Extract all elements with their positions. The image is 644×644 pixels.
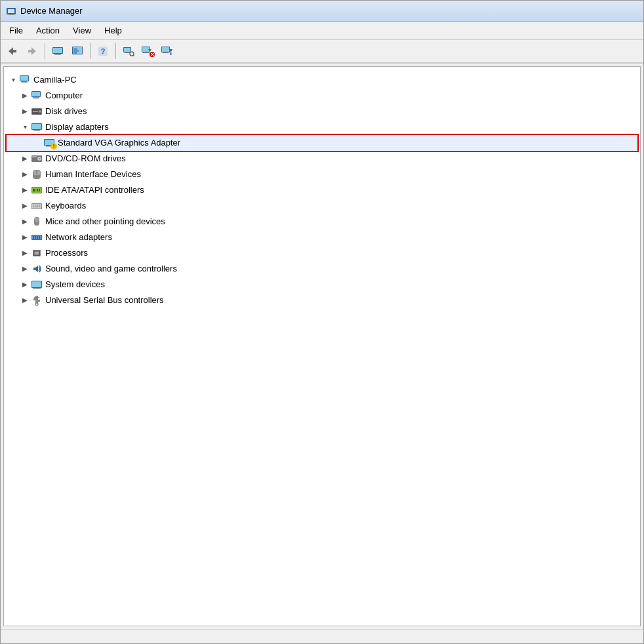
svg-rect-70: [35, 205, 36, 206]
expand-keyboards[interactable]: ▶: [20, 201, 30, 211]
scan-hardware-button[interactable]: [119, 43, 138, 60]
svg-rect-74: [35, 207, 38, 208]
svg-rect-75: [39, 207, 40, 208]
tree-item-keyboards[interactable]: ▶ Keyboards: [7, 198, 637, 214]
expand-hid[interactable]: ▶: [20, 169, 30, 180]
network-icon: [31, 232, 43, 243]
svg-rect-83: [37, 236, 38, 239]
expand-network[interactable]: ▶: [20, 232, 30, 243]
svg-point-57: [39, 158, 40, 159]
rollback-button[interactable]: [159, 43, 177, 60]
expand-root[interactable]: ▾: [8, 75, 18, 85]
menu-action[interactable]: Action: [30, 23, 66, 38]
update-driver-button[interactable]: ✕: [139, 43, 157, 60]
device-tree-panel[interactable]: ▾ Camilla-PC ▶: [3, 66, 641, 626]
status-bar: [1, 629, 643, 643]
processor-icon: [31, 248, 43, 258]
svg-rect-50: [33, 130, 40, 131]
svg-rect-82: [35, 236, 36, 239]
svg-rect-40: [32, 92, 40, 96]
tree-item-system[interactable]: ▶ System devices: [7, 277, 637, 292]
display-adapters-label: Display adapters: [45, 121, 109, 134]
tree-root[interactable]: ▾ Camilla-PC: [7, 72, 637, 88]
hid-icon: [31, 169, 43, 180]
svg-rect-84: [39, 236, 40, 239]
svg-rect-95: [33, 298, 36, 300]
svg-rect-15: [73, 50, 79, 52]
tree-item-computer[interactable]: ▶ Computer: [7, 88, 637, 104]
tree-item-hid[interactable]: ▶ Human Interface Devices: [7, 167, 637, 182]
devmgr-list-button[interactable]: [68, 43, 87, 60]
network-label: Network adapters: [45, 231, 112, 244]
window-title: Device Manager: [20, 6, 83, 16]
root-label: Camilla-PC: [33, 73, 77, 87]
help-button[interactable]: ?: [94, 43, 112, 60]
svg-marker-6: [31, 47, 36, 55]
svg-rect-92: [33, 288, 41, 289]
tree-item-ide[interactable]: ▶ IDE ATA/ATAPI controllers: [7, 182, 637, 198]
svg-line-23: [133, 55, 134, 56]
expand-usb[interactable]: ▶: [20, 295, 30, 306]
system-icon: [31, 279, 43, 290]
svg-rect-69: [33, 205, 34, 206]
tree-item-display-adapters[interactable]: ▾ Display adapters: [7, 119, 637, 135]
help-icon: ?: [97, 45, 109, 57]
svg-rect-21: [125, 52, 130, 53]
expand-computer[interactable]: ▶: [20, 91, 30, 101]
scan-icon: [122, 45, 135, 58]
expand-display[interactable]: ▾: [20, 122, 30, 132]
properties-button[interactable]: [49, 43, 67, 60]
menu-file[interactable]: File: [3, 23, 29, 38]
expand-processors[interactable]: ▶: [20, 248, 30, 258]
device-manager-window: Device Manager File Action View Help: [0, 0, 644, 644]
svg-rect-60: [36, 171, 37, 174]
tree-item-disk-drives[interactable]: ▶ Disk drives: [7, 104, 637, 119]
mice-label: Mice and other pointing devices: [45, 215, 165, 228]
toolbar-separator-2: [90, 43, 91, 59]
system-label: System devices: [45, 278, 105, 291]
back-button[interactable]: [3, 43, 22, 60]
computer-label: Computer: [45, 89, 83, 102]
usb-icon: [31, 295, 43, 306]
tree-item-processors[interactable]: ▶ Processors: [7, 245, 637, 261]
expand-dvd[interactable]: ▶: [20, 153, 30, 164]
svg-rect-49: [32, 124, 41, 129]
menu-view[interactable]: View: [67, 23, 97, 38]
expand-ide[interactable]: ▶: [20, 185, 30, 195]
warning-badge: !: [50, 143, 57, 150]
expand-disk[interactable]: ▶: [20, 106, 30, 117]
tree-item-vga[interactable]: ! Standard VGA Graphics Adapter: [7, 135, 637, 151]
svg-rect-14: [73, 49, 77, 50]
tree-item-mice[interactable]: ▶ Mice and other pointing devices: [7, 214, 637, 230]
hid-label: Human Interface Devices: [45, 168, 141, 181]
processors-label: Processors: [45, 247, 88, 260]
expand-mice[interactable]: ▶: [20, 216, 30, 227]
disk-drives-label: Disk drives: [45, 105, 87, 118]
ide-label: IDE ATA/ATAPI controllers: [45, 184, 144, 197]
svg-rect-88: [35, 252, 39, 254]
keyboard-icon: [31, 201, 43, 211]
tree-item-dvd[interactable]: ▶ DVD/CD-ROM drives: [7, 151, 637, 167]
tree-item-usb[interactable]: ▶ Universal Serial Bus controllers: [7, 292, 637, 308]
tree-item-sound[interactable]: ▶ Sound, video and game controllers: [7, 261, 637, 277]
devmgr-list-icon: [71, 45, 84, 58]
rollback-icon: [161, 45, 175, 58]
svg-rect-97: [34, 297, 35, 298]
forward-icon: [26, 45, 38, 57]
svg-rect-98: [38, 297, 39, 298]
usb-label: Universal Serial Bus controllers: [45, 294, 164, 307]
tree-item-network[interactable]: ▶ Network adapters: [7, 230, 637, 245]
svg-rect-3: [9, 14, 13, 15]
svg-rect-26: [143, 52, 149, 53]
menu-help[interactable]: Help: [98, 23, 128, 38]
toolbar-separator-1: [45, 43, 45, 59]
svg-rect-65: [37, 189, 38, 191]
expand-system[interactable]: ▶: [20, 279, 30, 290]
properties-icon: [51, 45, 64, 58]
svg-rect-91: [32, 281, 41, 287]
forward-button[interactable]: [23, 43, 41, 60]
svg-rect-36: [20, 76, 28, 81]
expand-sound[interactable]: ▶: [20, 264, 30, 274]
device-tree: ▾ Camilla-PC ▶: [7, 72, 637, 308]
computer-icon: [19, 75, 31, 85]
